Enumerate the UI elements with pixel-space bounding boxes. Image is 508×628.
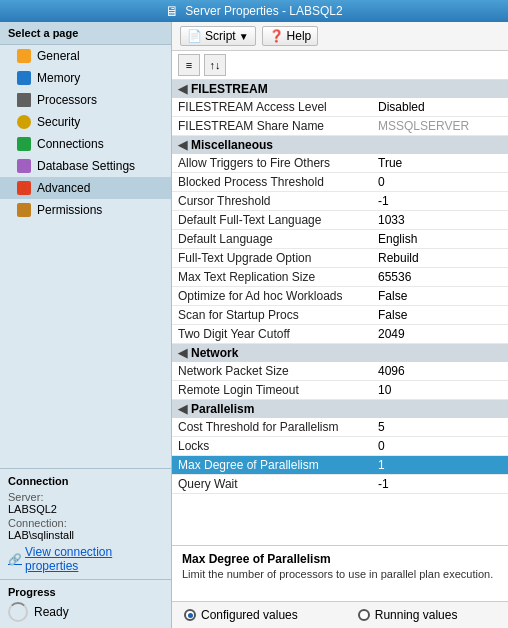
nav-label-security: Security bbox=[37, 115, 80, 129]
nav-icon-permissions bbox=[16, 202, 32, 218]
prop-name: Cursor Threshold bbox=[172, 192, 372, 211]
description-text: Limit the number of processors to use in… bbox=[182, 568, 498, 580]
prop-value: 5 bbox=[372, 418, 508, 437]
prop-value: False bbox=[372, 306, 508, 325]
help-icon: ❓ bbox=[269, 29, 284, 43]
prop-name: Cost Threshold for Parallelism bbox=[172, 418, 372, 437]
prop-value: 1033 bbox=[372, 211, 508, 230]
content-area: ≡ ↑↓ ◀FILESTREAM FILESTREAM Access Level… bbox=[172, 51, 508, 628]
table-row[interactable]: Max Text Replication Size 65536 bbox=[172, 268, 508, 287]
nav-icon-security bbox=[16, 114, 32, 130]
table-row[interactable]: FILESTREAM Access Level Disabled bbox=[172, 98, 508, 117]
sidebar-item-connections[interactable]: Connections bbox=[0, 133, 171, 155]
table-row[interactable]: Cost Threshold for Parallelism 5 bbox=[172, 418, 508, 437]
table-row[interactable]: Network Packet Size 4096 bbox=[172, 362, 508, 381]
prop-value: Disabled bbox=[372, 98, 508, 117]
categorized-view-button[interactable]: ≡ bbox=[178, 54, 200, 76]
prop-value: True bbox=[372, 154, 508, 173]
prop-value: -1 bbox=[372, 475, 508, 494]
properties-table: ◀FILESTREAM FILESTREAM Access Level Disa… bbox=[172, 80, 508, 545]
prop-value: 10 bbox=[372, 381, 508, 400]
table-row[interactable]: Default Full-Text Language 1033 bbox=[172, 211, 508, 230]
title-bar-title: Server Properties - LABSQL2 bbox=[185, 4, 342, 18]
server-value: LABSQL2 bbox=[8, 503, 163, 515]
bottom-bar: Configured values Running values bbox=[172, 601, 508, 628]
progress-status: Ready bbox=[34, 605, 69, 619]
toolbar: 📄 Script ▼ ❓ Help bbox=[172, 22, 508, 51]
dropdown-arrow: ▼ bbox=[239, 31, 249, 42]
sidebar-item-security[interactable]: Security bbox=[0, 111, 171, 133]
sidebar-item-general[interactable]: General bbox=[0, 45, 171, 67]
props-table: ◀FILESTREAM FILESTREAM Access Level Disa… bbox=[172, 80, 508, 494]
table-row[interactable]: Cursor Threshold -1 bbox=[172, 192, 508, 211]
nav-label-memory: Memory bbox=[37, 71, 80, 85]
help-button[interactable]: ❓ Help bbox=[262, 26, 319, 46]
table-row[interactable]: Scan for Startup Procs False bbox=[172, 306, 508, 325]
progress-spinner bbox=[8, 602, 28, 622]
table-row[interactable]: Two Digit Year Cutoff 2049 bbox=[172, 325, 508, 344]
section-header-network: ◀Network bbox=[172, 344, 508, 363]
prop-value: Rebuild bbox=[372, 249, 508, 268]
server-label: Server: bbox=[8, 491, 163, 503]
nav-label-database-settings: Database Settings bbox=[37, 159, 135, 173]
prop-name: Max Text Replication Size bbox=[172, 268, 372, 287]
title-bar: 🖥 Server Properties - LABSQL2 bbox=[0, 0, 508, 22]
table-row[interactable]: Query Wait -1 bbox=[172, 475, 508, 494]
prop-name: Network Packet Size bbox=[172, 362, 372, 381]
sidebar-item-permissions[interactable]: Permissions bbox=[0, 199, 171, 221]
table-row[interactable]: Max Degree of Parallelism 1 bbox=[172, 456, 508, 475]
description-title: Max Degree of Parallelism bbox=[182, 552, 498, 566]
progress-section: Progress Ready bbox=[0, 579, 171, 628]
configured-radio[interactable] bbox=[184, 609, 196, 621]
table-row[interactable]: FILESTREAM Share Name MSSQLSERVER bbox=[172, 117, 508, 136]
nav-label-processors: Processors bbox=[37, 93, 97, 107]
section-header-parallelism: ◀Parallelism bbox=[172, 400, 508, 419]
sort-button[interactable]: ↑↓ bbox=[204, 54, 226, 76]
progress-header: Progress bbox=[8, 586, 163, 598]
left-panel: Select a page General Memory Processors … bbox=[0, 22, 172, 628]
section-header-filestream: ◀FILESTREAM bbox=[172, 80, 508, 98]
prop-name: Max Degree of Parallelism bbox=[172, 456, 372, 475]
prop-value: 4096 bbox=[372, 362, 508, 381]
connection-header: Connection bbox=[8, 475, 163, 487]
table-row[interactable]: Full-Text Upgrade Option Rebuild bbox=[172, 249, 508, 268]
prop-value: 2049 bbox=[372, 325, 508, 344]
nav-icon-general bbox=[16, 48, 32, 64]
prop-name: Default Full-Text Language bbox=[172, 211, 372, 230]
sidebar-item-database-settings[interactable]: Database Settings bbox=[0, 155, 171, 177]
title-bar-icon: 🖥 bbox=[165, 3, 179, 19]
prop-name: Optimize for Ad hoc Workloads bbox=[172, 287, 372, 306]
table-row[interactable]: Optimize for Ad hoc Workloads False bbox=[172, 287, 508, 306]
progress-row: Ready bbox=[8, 602, 163, 622]
link-icon: 🔗 bbox=[8, 553, 22, 566]
configured-values-option[interactable]: Configured values bbox=[184, 608, 298, 622]
nav-label-advanced: Advanced bbox=[37, 181, 90, 195]
nav-icon-connections bbox=[16, 136, 32, 152]
sidebar-item-advanced[interactable]: Advanced bbox=[0, 177, 171, 199]
table-row[interactable]: Locks 0 bbox=[172, 437, 508, 456]
script-button[interactable]: 📄 Script ▼ bbox=[180, 26, 256, 46]
view-toolbar: ≡ ↑↓ bbox=[172, 51, 508, 80]
prop-name: Two Digit Year Cutoff bbox=[172, 325, 372, 344]
table-row[interactable]: Blocked Process Threshold 0 bbox=[172, 173, 508, 192]
sidebar-item-memory[interactable]: Memory bbox=[0, 67, 171, 89]
table-row[interactable]: Default Language English bbox=[172, 230, 508, 249]
table-row[interactable]: Allow Triggers to Fire Others True bbox=[172, 154, 508, 173]
prop-value: 0 bbox=[372, 173, 508, 192]
running-radio[interactable] bbox=[358, 609, 370, 621]
view-connection-link[interactable]: 🔗 View connection properties bbox=[8, 545, 163, 573]
section-header-miscellaneous: ◀Miscellaneous bbox=[172, 136, 508, 155]
sidebar-item-processors[interactable]: Processors bbox=[0, 89, 171, 111]
table-row[interactable]: Remote Login Timeout 10 bbox=[172, 381, 508, 400]
prop-name: Full-Text Upgrade Option bbox=[172, 249, 372, 268]
right-panel: 📄 Script ▼ ❓ Help ≡ ↑↓ ◀FILESTREAM FILES… bbox=[172, 22, 508, 628]
running-values-option[interactable]: Running values bbox=[358, 608, 458, 622]
prop-name: Locks bbox=[172, 437, 372, 456]
prop-value: 0 bbox=[372, 437, 508, 456]
prop-name: Scan for Startup Procs bbox=[172, 306, 372, 325]
nav-label-connections: Connections bbox=[37, 137, 104, 151]
prop-name: Query Wait bbox=[172, 475, 372, 494]
prop-value: MSSQLSERVER bbox=[372, 117, 508, 136]
prop-value: -1 bbox=[372, 192, 508, 211]
prop-name: Remote Login Timeout bbox=[172, 381, 372, 400]
